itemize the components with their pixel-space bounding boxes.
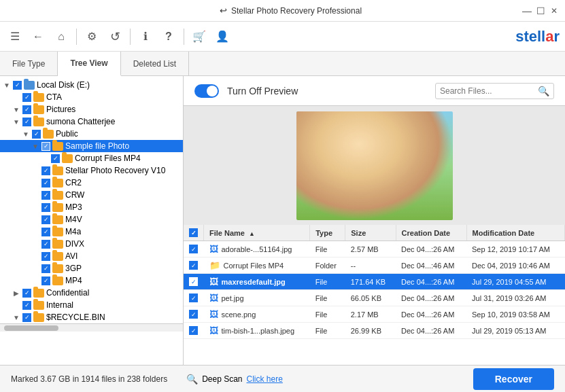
tree-checkbox-10[interactable]: ✓ <box>41 203 50 212</box>
tree-item-16[interactable]: ✓MP4 <box>0 274 183 287</box>
settings-icon[interactable]: ⚙ <box>82 27 101 46</box>
tree-item-17[interactable]: ▶✓Confidential <box>0 287 183 299</box>
tree-checkbox-15[interactable]: ✓ <box>41 264 50 273</box>
tree-checkbox-18[interactable]: ✓ <box>22 301 31 310</box>
tree-item-18[interactable]: ✓Internal <box>0 299 183 311</box>
tree-item-7[interactable]: ✓Stellar Photo Recovery V10 <box>0 164 183 177</box>
tree-label-9: CRW <box>65 190 84 200</box>
tree-toggle-3[interactable]: ▼ <box>12 118 20 126</box>
col-header-created[interactable]: Creation Date <box>396 225 466 241</box>
search-input[interactable] <box>440 86 535 96</box>
tree-item-8[interactable]: ✓CR2 <box>0 177 183 189</box>
tree-toggle-4[interactable]: ▼ <box>22 130 30 138</box>
tree-checkbox-19[interactable]: ✓ <box>22 313 31 322</box>
tree-checkbox-5[interactable]: ✓ <box>41 142 50 151</box>
table-row-0[interactable]: ✓🖼adorable-...51164.jpgFile2.57 MBDec 04… <box>184 241 565 257</box>
tree-checkbox-7[interactable]: ✓ <box>41 166 50 175</box>
help-icon[interactable]: ? <box>159 27 178 46</box>
tree-toggle-0[interactable]: ▼ <box>3 82 11 89</box>
row-checkbox-4[interactable]: ✓ <box>189 310 198 319</box>
tree-checkbox-12[interactable]: ✓ <box>41 228 50 236</box>
col-header-check[interactable]: ✓ <box>184 225 204 241</box>
maximize-button[interactable]: ☐ <box>535 5 546 16</box>
tab-file-type[interactable]: File Type <box>0 52 58 75</box>
row-checkbox-3[interactable]: ✓ <box>189 293 198 302</box>
tree-item-0[interactable]: ▼✓Local Disk (E:) <box>0 79 183 91</box>
tree-checkbox-13[interactable]: ✓ <box>41 240 50 249</box>
row-type-0: File <box>310 241 345 257</box>
tree-checkbox-3[interactable]: ✓ <box>22 118 31 126</box>
col-header-size[interactable]: Size <box>345 225 396 241</box>
history-icon[interactable]: ↺ <box>105 27 124 46</box>
row-checkbox-5[interactable]: ✓ <box>189 326 198 335</box>
recover-button[interactable]: Recover <box>473 368 554 390</box>
tree-checkbox-8[interactable]: ✓ <box>41 179 50 188</box>
tree-checkbox-17[interactable]: ✓ <box>22 289 31 298</box>
info-icon[interactable]: ℹ <box>136 27 155 46</box>
tree-toggle-5[interactable]: ▼ <box>31 143 39 150</box>
tree-item-13[interactable]: ✓DIVX <box>0 238 183 250</box>
tree-item-5[interactable]: ▼✓Sample file Photo <box>0 140 183 152</box>
col-header-type[interactable]: Type <box>310 225 345 241</box>
folder-icon-11 <box>52 215 63 224</box>
tree-label-5: Sample file Photo <box>65 141 129 151</box>
folder-icon-12 <box>52 228 63 236</box>
row-checkbox-0[interactable]: ✓ <box>189 245 198 253</box>
tree-item-1[interactable]: ✓CTA <box>0 91 183 103</box>
row-name-0: 🖼adorable-...51164.jpg <box>204 241 310 257</box>
cart-icon[interactable]: 🛒 <box>190 27 209 46</box>
home-icon[interactable]: ⌂ <box>52 27 71 46</box>
tree-item-12[interactable]: ✓M4a <box>0 226 183 238</box>
tree-checkbox-6[interactable]: ✓ <box>51 154 60 163</box>
tree-checkbox-14[interactable]: ✓ <box>41 252 50 261</box>
click-here-link[interactable]: Click here <box>247 374 283 384</box>
tree-checkbox-16[interactable]: ✓ <box>41 277 50 285</box>
col-header-modified[interactable]: Modification Date <box>466 225 564 241</box>
back-icon[interactable]: ← <box>29 27 48 46</box>
tree-item-9[interactable]: ✓CRW <box>0 189 183 201</box>
row-name-text-1: Corrupt Files MP4 <box>224 262 284 270</box>
row-check-3: ✓ <box>184 290 204 306</box>
row-checkbox-1[interactable]: ✓ <box>189 261 198 270</box>
tree-item-4[interactable]: ▼✓Public <box>0 128 183 140</box>
tab-deleted-list[interactable]: Deleted List <box>121 52 189 75</box>
main-area: ▼✓Local Disk (E:)✓CTA▼✓Pictures▼✓sumona … <box>0 76 565 365</box>
tree-item-14[interactable]: ✓AVI <box>0 250 183 262</box>
table-row-4[interactable]: ✓🖼scene.pngFile2.17 MBDec 04...:26 AMSep… <box>184 306 565 323</box>
row-name-2: 🖼maxresdefault.jpg <box>204 274 310 290</box>
table-row-3[interactable]: ✓🖼pet.jpgFile66.05 KBDec 04...:26 AMJul … <box>184 290 565 306</box>
tree-item-11[interactable]: ✓M4V <box>0 213 183 226</box>
tree-toggle-2[interactable]: ▼ <box>12 106 20 113</box>
tree-toggle-19[interactable]: ▼ <box>12 314 20 321</box>
tree-checkbox-1[interactable]: ✓ <box>22 93 31 102</box>
tree-checkbox-2[interactable]: ✓ <box>22 105 31 114</box>
menu-icon[interactable]: ☰ <box>5 27 24 46</box>
tree-item-6[interactable]: ✓Corrupt Files MP4 <box>0 152 183 164</box>
tree-hscroll[interactable] <box>0 323 183 332</box>
preview-label: Turn Off Preview <box>227 86 298 96</box>
tree-item-19[interactable]: ▼✓$RECYCLE.BIN <box>0 311 183 323</box>
tree-item-3[interactable]: ▼✓sumona Chatterjee <box>0 115 183 128</box>
preview-toggle[interactable] <box>194 84 219 98</box>
table-row-1[interactable]: ✓📁Corrupt Files MP4Folder--Dec 04...:46 … <box>184 257 565 274</box>
row-checkbox-2[interactable]: ✓ <box>189 277 198 286</box>
toolbar-separator-2 <box>130 29 131 45</box>
tree-checkbox-0[interactable]: ✓ <box>13 81 22 90</box>
tree-item-2[interactable]: ▼✓Pictures <box>0 103 183 115</box>
minimize-button[interactable]: — <box>521 5 532 16</box>
tree-toggle-17[interactable]: ▶ <box>12 289 20 297</box>
close-button[interactable]: ✕ <box>549 5 560 16</box>
tab-tree-view[interactable]: Tree View <box>58 52 120 76</box>
table-row-2[interactable]: ✓🖼maxresdefault.jpgFile171.64 KBDec 04..… <box>184 274 565 290</box>
tree-checkbox-11[interactable]: ✓ <box>41 215 50 224</box>
toolbar-separator-1 <box>76 29 77 45</box>
account-icon[interactable]: 👤 <box>213 27 232 46</box>
tree-checkbox-9[interactable]: ✓ <box>41 191 50 200</box>
tree-checkbox-4[interactable]: ✓ <box>32 130 41 139</box>
folder-icon-17 <box>33 289 44 298</box>
header-checkbox[interactable]: ✓ <box>189 228 198 237</box>
table-row-5[interactable]: ✓🖼tim-bish-1...plash.jpegFile26.99 KBDec… <box>184 323 565 339</box>
tree-item-15[interactable]: ✓3GP <box>0 262 183 274</box>
tree-item-10[interactable]: ✓MP3 <box>0 201 183 213</box>
col-header-name[interactable]: File Name ▲ <box>204 225 310 241</box>
